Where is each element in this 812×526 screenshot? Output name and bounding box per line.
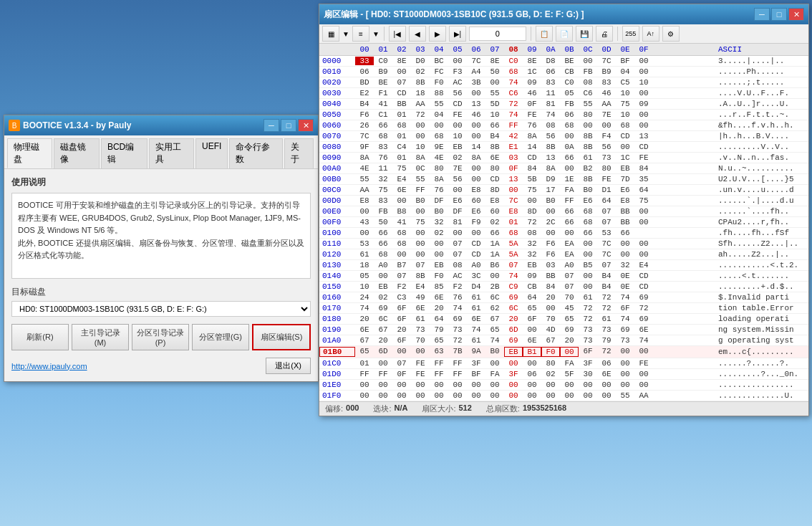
hex-cell[interactable]: 5B <box>523 175 541 183</box>
hex-cell[interactable]: 07 <box>392 78 411 87</box>
hex-cell[interactable]: 68 <box>504 229 523 237</box>
hex-cell[interactable]: 72 <box>597 304 616 312</box>
hex-cell[interactable]: 76 <box>430 186 448 194</box>
hex-cell[interactable]: 1C <box>616 153 634 162</box>
hex-cell[interactable]: 5D <box>485 100 504 108</box>
hex-cell[interactable]: 65 <box>430 336 448 345</box>
hex-cell[interactable]: 00 <box>374 381 392 389</box>
hex-row-addr[interactable]: 01F0 <box>319 391 355 400</box>
hex-cell[interactable]: 65 <box>523 304 541 312</box>
hex-cell[interactable]: 42 <box>504 132 523 140</box>
hex-cell[interactable]: 00 <box>504 186 523 194</box>
hex-cell[interactable]: 00 <box>411 391 430 400</box>
hex-close-btn[interactable]: ✕ <box>788 8 804 21</box>
hex-cell[interactable]: 66 <box>485 121 504 130</box>
hex-cell[interactable]: D4 <box>467 282 485 291</box>
hex-cell[interactable]: 80 <box>485 164 504 173</box>
hex-cell[interactable]: 02 <box>430 229 448 237</box>
hex-cell[interactable]: 00 <box>504 359 523 368</box>
hex-cell[interactable]: FA <box>560 186 579 194</box>
hex-cell[interactable]: 00 <box>616 239 634 248</box>
hex-cell[interactable]: 68 <box>392 121 411 130</box>
hex-cell[interactable]: 68 <box>374 250 392 259</box>
hex-cell[interactable]: 74 <box>504 78 523 87</box>
hex-cell[interactable]: 00 <box>374 359 392 368</box>
hex-cell[interactable]: A0 <box>560 261 579 269</box>
hex-row-addr[interactable]: 0190 <box>319 325 355 334</box>
hex-cell[interactable]: 84 <box>523 164 541 173</box>
hex-cell[interactable]: 07 <box>597 207 616 216</box>
hex-cell[interactable]: CD <box>634 282 653 291</box>
hex-cell[interactable]: 66 <box>560 153 579 162</box>
hex-cell[interactable]: 00 <box>485 381 504 389</box>
hex-cell[interactable]: B4 <box>355 100 374 108</box>
hex-cell[interactable]: 70 <box>560 293 579 302</box>
hex-cell[interactable]: 6F <box>392 315 411 323</box>
hex-cell[interactable]: BB <box>616 218 634 226</box>
hex-cell[interactable]: 00 <box>485 78 504 87</box>
hex-cell[interactable]: 8E <box>485 57 504 65</box>
hex-cell[interactable]: 72 <box>523 218 541 226</box>
tab-physical-disk[interactable]: 物理磁盘 <box>7 138 52 168</box>
hex-cell[interactable]: 00 <box>467 229 485 237</box>
hex-cell[interactable]: 74 <box>616 293 634 302</box>
hex-cell[interactable]: 73 <box>579 336 597 345</box>
hex-cell[interactable]: E1 <box>504 143 523 151</box>
hex-row-addr[interactable]: 0130 <box>319 261 355 269</box>
hex-cell[interactable]: 00 <box>523 196 541 205</box>
hex-cell[interactable]: 32 <box>374 175 392 183</box>
hex-cell[interactable]: B4 <box>597 272 616 280</box>
hex-cell[interactable]: 00 <box>579 57 597 65</box>
hex-cell[interactable]: 00 <box>467 391 485 400</box>
hex-row-addr[interactable]: 01B0 <box>319 347 355 357</box>
hex-cell[interactable]: BB <box>392 100 411 108</box>
hex-cell[interactable]: 30 <box>579 370 597 378</box>
hex-cell[interactable]: 6F <box>579 347 597 357</box>
hex-cell[interactable]: 66 <box>485 229 504 237</box>
hex-cell[interactable]: 7D <box>616 175 634 183</box>
refresh-btn[interactable]: 刷新(R) <box>11 324 69 350</box>
hex-row-addr[interactable]: 00D0 <box>319 196 355 205</box>
hex-row-addr[interactable]: 0020 <box>319 78 355 87</box>
hex-cell[interactable]: 00 <box>355 229 374 237</box>
hex-cell[interactable]: 03 <box>541 261 560 269</box>
hex-cell[interactable]: 00 <box>634 347 653 357</box>
hex-cell[interactable]: 64 <box>634 186 653 194</box>
hex-cell[interactable]: 00 <box>467 164 485 173</box>
hex-cell[interactable]: 02 <box>374 293 392 302</box>
hex-cell[interactable]: 4E <box>355 164 374 173</box>
hex-cell[interactable]: 00 <box>616 143 634 151</box>
hex-cell[interactable]: 75 <box>411 218 430 226</box>
hex-cell[interactable]: 55 <box>430 100 448 108</box>
hex-cell[interactable]: 00 <box>392 391 411 400</box>
hex-cell[interactable]: 00 <box>616 381 634 389</box>
hex-cell[interactable]: 00 <box>597 391 616 400</box>
hex-cell[interactable]: EB <box>448 143 467 151</box>
hex-cell[interactable]: 74 <box>504 110 523 119</box>
hex-cell[interactable]: B5 <box>579 261 597 269</box>
hex-cell[interactable]: C9 <box>504 282 523 291</box>
toolbar-first-btn[interactable]: |◀ <box>389 26 406 42</box>
hex-cell[interactable]: 00 <box>485 272 504 280</box>
hex-cell[interactable]: E6 <box>579 196 597 205</box>
hex-cell[interactable]: 00 <box>523 325 541 334</box>
hex-cell[interactable]: 76 <box>448 293 467 302</box>
hex-cell[interactable]: 74 <box>355 304 374 312</box>
tab-about[interactable]: 关于 <box>284 138 314 168</box>
hex-cell[interactable]: 00 <box>430 391 448 400</box>
hex-cell[interactable]: 5A <box>504 250 523 259</box>
hex-cell[interactable]: 00 <box>560 381 579 389</box>
hex-cell[interactable]: 8A <box>430 175 448 183</box>
hex-cell[interactable]: FF <box>411 186 430 194</box>
hex-cell[interactable]: 00 <box>579 239 597 248</box>
hex-cell[interactable]: 67 <box>485 315 504 323</box>
hex-cell[interactable]: 73 <box>411 325 430 334</box>
hex-cell[interactable]: FB <box>560 100 579 108</box>
hex-cell[interactable]: 64 <box>597 196 616 205</box>
hex-cell[interactable]: 00 <box>392 381 411 389</box>
hex-cell[interactable]: 61 <box>467 293 485 302</box>
hex-cell[interactable]: 7E <box>448 164 467 173</box>
hex-cell[interactable]: F9 <box>467 218 485 226</box>
hex-cell[interactable]: 41 <box>374 100 392 108</box>
hex-cell[interactable]: 73 <box>597 325 616 334</box>
